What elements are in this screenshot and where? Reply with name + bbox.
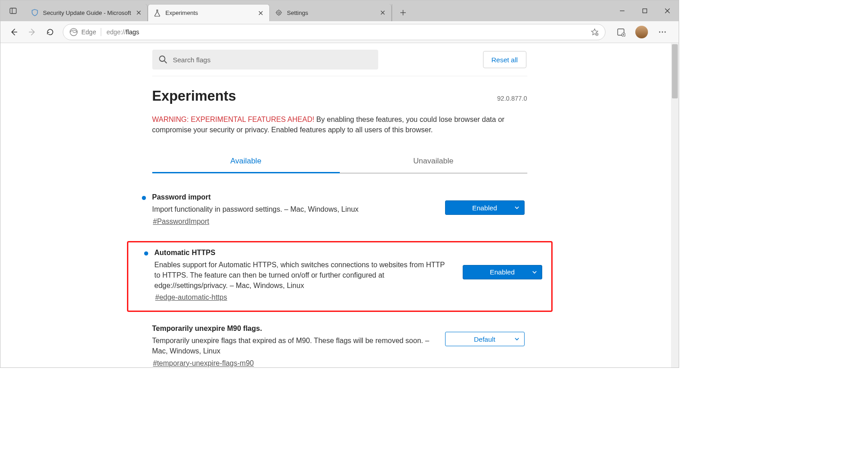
tab-security-guide[interactable]: Security Update Guide - Microsoft xyxy=(26,4,148,21)
flag-id-link[interactable]: #edge-automatic-https xyxy=(155,293,227,302)
warning-text: WARNING: EXPERIMENTAL FEATURES AHEAD! By… xyxy=(152,114,527,135)
gear-icon xyxy=(275,9,282,16)
svg-point-31 xyxy=(160,56,165,61)
minimize-button[interactable] xyxy=(611,0,633,21)
scrollbar-thumb[interactable] xyxy=(672,44,678,98)
titlebar: Security Update Guide - Microsoft Experi… xyxy=(0,0,679,21)
close-icon[interactable] xyxy=(136,9,142,16)
favorite-icon[interactable] xyxy=(591,28,599,36)
omnibox-url-path: flags xyxy=(126,28,140,36)
modified-dot-icon xyxy=(142,196,146,200)
modified-dot-icon xyxy=(144,251,148,255)
tab-experiments[interactable]: Experiments xyxy=(148,4,270,21)
profile-avatar[interactable] xyxy=(635,26,648,38)
flag-item-automatic-https: Automatic HTTPS Enables support for Auto… xyxy=(145,249,540,305)
flag-select[interactable]: Enabled xyxy=(445,200,525,215)
tab-available[interactable]: Available xyxy=(152,151,340,173)
svg-point-6 xyxy=(277,10,281,15)
page-title: Experiments xyxy=(152,88,236,104)
version-label: 92.0.877.0 xyxy=(497,95,527,102)
content-tabs: Available Unavailable xyxy=(152,151,527,173)
flag-description: Enables support for Automatic HTTPS, whi… xyxy=(155,260,452,291)
close-icon[interactable] xyxy=(380,9,386,16)
flag-description: Import functionality in password setting… xyxy=(152,204,434,214)
window-controls xyxy=(611,0,679,21)
collections-button[interactable] xyxy=(612,23,630,41)
svg-line-32 xyxy=(164,61,167,63)
flag-item-unexpire-m90: Temporarily unexpire M90 flags. Temporar… xyxy=(143,320,527,367)
highlight-annotation: Automatic HTTPS Enables support for Auto… xyxy=(127,241,553,312)
maximize-button[interactable] xyxy=(633,0,656,21)
search-flags-input[interactable]: Search flags xyxy=(152,50,378,70)
svg-point-29 xyxy=(662,31,663,33)
omnibox-url-scheme: edge:// xyxy=(107,28,126,36)
tab-label: Settings xyxy=(287,9,377,16)
chevron-down-icon xyxy=(532,269,537,275)
edge-logo-icon xyxy=(70,28,78,36)
svg-point-30 xyxy=(665,31,666,33)
tab-label: Experiments xyxy=(165,9,255,16)
flag-item-password-import: Password import Import functionality in … xyxy=(143,189,527,235)
flag-description: Temporarily unexpire flags that expired … xyxy=(152,335,434,356)
tab-label: Security Update Guide - Microsoft xyxy=(43,9,133,16)
new-tab-button[interactable] xyxy=(392,4,408,21)
omnibox-identity: Edge xyxy=(81,28,96,36)
close-icon[interactable] xyxy=(258,10,264,16)
tabstrip: Security Update Guide - Microsoft Experi… xyxy=(26,0,408,21)
reload-button[interactable] xyxy=(41,23,59,41)
scrollbar[interactable] xyxy=(671,43,679,367)
chevron-down-icon xyxy=(514,336,520,342)
close-window-button[interactable] xyxy=(656,0,679,21)
svg-rect-0 xyxy=(10,8,16,14)
tab-unavailable[interactable]: Unavailable xyxy=(340,151,527,173)
svg-point-28 xyxy=(659,31,661,33)
reset-all-button[interactable]: Reset all xyxy=(483,51,526,68)
address-bar[interactable]: Edge edge://flags xyxy=(63,24,605,40)
flag-select[interactable]: Default xyxy=(445,332,525,346)
svg-rect-17 xyxy=(643,9,647,13)
toolbar: Edge edge://flags xyxy=(0,21,679,43)
menu-button[interactable] xyxy=(653,23,671,41)
chevron-down-icon xyxy=(514,205,520,210)
tab-actions-button[interactable] xyxy=(0,0,26,21)
flag-select[interactable]: Enabled xyxy=(463,265,542,279)
shield-icon xyxy=(31,9,38,16)
flag-title: Temporarily unexpire M90 flags. xyxy=(152,325,434,333)
svg-point-7 xyxy=(278,12,280,14)
forward-button[interactable] xyxy=(23,23,41,41)
search-icon xyxy=(159,55,168,64)
flag-title: Automatic HTTPS xyxy=(155,249,452,257)
toolbar-right xyxy=(609,23,674,41)
page-content: Search flags Reset all Experiments 92.0.… xyxy=(0,43,679,367)
flag-id-link[interactable]: #temporary-unexpire-flags-m90 xyxy=(153,359,254,367)
flags-list: Password import Import functionality in … xyxy=(152,189,527,367)
flag-id-link[interactable]: #PasswordImport xyxy=(153,218,210,226)
back-button[interactable] xyxy=(5,23,23,41)
tab-settings[interactable]: Settings xyxy=(270,4,392,21)
flag-title: Password import xyxy=(152,193,434,201)
search-placeholder: Search flags xyxy=(173,56,211,64)
browser-window: Security Update Guide - Microsoft Experi… xyxy=(0,0,679,368)
flask-icon xyxy=(154,9,161,17)
